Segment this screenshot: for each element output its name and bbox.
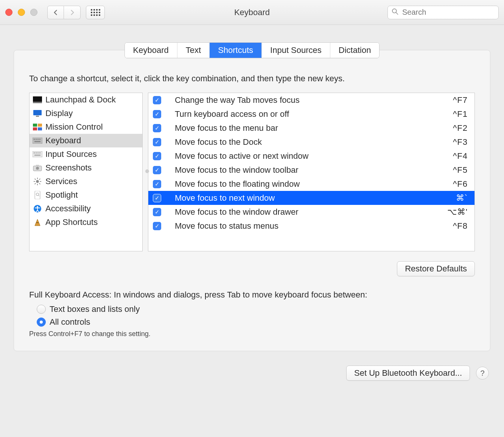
shortcut-row[interactable]: ✓ Move focus to the Dock ^F3 — [148, 135, 474, 149]
tab-shortcuts[interactable]: Shortcuts — [210, 43, 262, 58]
shortcut-row[interactable]: ✓ Move focus to the floating window ^F6 — [148, 177, 474, 191]
radio-all-controls[interactable]: All controls — [37, 317, 475, 327]
shortcut-key[interactable]: ^F5 — [453, 165, 468, 175]
shortcut-key[interactable]: ^F2 — [453, 123, 468, 133]
shortcut-key[interactable]: ^F6 — [453, 179, 468, 189]
shortcut-row[interactable]: ✓ Move focus to next window ⌘` — [148, 191, 474, 205]
shortcut-checkbox[interactable]: ✓ — [153, 110, 161, 118]
svg-line-33 — [39, 179, 40, 180]
shortcut-checkbox[interactable]: ✓ — [153, 208, 161, 216]
close-button[interactable] — [5, 9, 12, 16]
shortcut-checkbox[interactable]: ✓ — [153, 96, 161, 104]
svg-rect-13 — [37, 139, 39, 140]
svg-point-38 — [37, 206, 38, 208]
category-accessibility[interactable]: Accessibility — [30, 202, 142, 215]
grid-icon — [91, 9, 100, 16]
svg-rect-24 — [36, 165, 39, 166]
divider-handle-icon[interactable] — [145, 169, 149, 173]
category-spotlight[interactable]: Spotlight — [30, 188, 142, 202]
shortcut-key[interactable]: ^F7 — [453, 95, 468, 105]
restore-row: Restore Defaults — [29, 261, 475, 276]
svg-rect-11 — [34, 139, 35, 140]
chevron-right-icon — [68, 9, 77, 16]
category-label: Spotlight — [45, 190, 78, 200]
category-app-shortcuts[interactable]: App Shortcuts — [30, 215, 142, 229]
shortcut-label: Move focus to active or next window — [175, 151, 453, 161]
shortcut-list[interactable]: ✓ Change the way Tab moves focus ^F7 ✓ T… — [148, 93, 475, 251]
traffic-lights — [5, 9, 37, 16]
shortcut-checkbox[interactable]: ✓ — [153, 180, 161, 188]
svg-rect-34 — [35, 191, 40, 199]
shortcut-key[interactable]: ^F8 — [453, 221, 468, 231]
shortcut-key[interactable]: ⌘` — [456, 193, 468, 203]
shortcut-row[interactable]: ✓ Move focus to the menu bar ^F2 — [148, 121, 474, 135]
shortcut-label: Move focus to the menu bar — [175, 123, 453, 133]
category-label: Input Sources — [45, 149, 97, 159]
svg-rect-6 — [33, 124, 37, 127]
svg-rect-14 — [39, 139, 40, 140]
shortcut-checkbox[interactable]: ✓ — [153, 152, 161, 160]
category-services[interactable]: Services — [30, 175, 142, 188]
shortcut-checkbox[interactable]: ✓ — [153, 194, 161, 202]
category-display[interactable]: Display — [30, 107, 142, 120]
category-keyboard[interactable]: Keyboard — [30, 134, 142, 147]
shortcut-key[interactable]: ^F4 — [453, 151, 468, 161]
search-input[interactable] — [387, 6, 499, 19]
shortcut-label: Move focus to next window — [175, 193, 456, 203]
restore-defaults-button[interactable]: Restore Defaults — [397, 261, 475, 276]
instruction-text: To change a shortcut, select it, click t… — [29, 74, 475, 84]
category-screenshots[interactable]: Screenshots — [30, 161, 142, 175]
shortcut-checkbox[interactable]: ✓ — [153, 138, 161, 146]
tab-input-sources[interactable]: Input Sources — [262, 43, 330, 58]
tab-keyboard[interactable]: Keyboard — [125, 43, 177, 58]
bluetooth-keyboard-button[interactable]: Set Up Bluetooth Keyboard... — [346, 366, 470, 381]
shortcut-key[interactable]: ⌥⌘' — [447, 207, 468, 217]
shortcut-checkbox[interactable]: ✓ — [153, 222, 161, 230]
category-launchpad-dock[interactable]: Launchpad & Dock — [30, 93, 142, 107]
category-label: Display — [45, 108, 73, 118]
shortcut-label: Move focus to the Dock — [175, 137, 453, 147]
category-input-sources[interactable]: Input Sources — [30, 147, 142, 161]
forward-button[interactable] — [64, 6, 81, 19]
category-list[interactable]: Launchpad & Dock Display Mission Control… — [29, 93, 143, 251]
shortcut-row[interactable]: ✓ Change the way Tab moves focus ^F7 — [148, 93, 474, 107]
svg-rect-3 — [33, 102, 42, 103]
content: Keyboard Text Shortcuts Input Sources Di… — [0, 25, 504, 390]
show-all-button[interactable] — [86, 6, 105, 19]
svg-rect-2 — [33, 96, 42, 102]
shortcut-key[interactable]: ^F3 — [453, 137, 468, 147]
svg-rect-21 — [34, 155, 40, 156]
shortcut-checkbox[interactable]: ✓ — [153, 124, 161, 132]
footer-row: Set Up Bluetooth Keyboard... ? — [14, 366, 490, 381]
shortcut-checkbox[interactable]: ✓ — [153, 166, 161, 174]
tab-text[interactable]: Text — [177, 43, 210, 58]
category-mission-control[interactable]: Mission Control — [30, 120, 142, 134]
shortcut-row[interactable]: ✓ Move focus to the window toolbar ^F5 — [148, 163, 474, 177]
search-wrap — [387, 6, 499, 19]
camera-icon — [33, 164, 42, 172]
svg-line-32 — [35, 183, 36, 184]
radio-button[interactable] — [37, 305, 46, 314]
tab-dictation[interactable]: Dictation — [330, 43, 380, 58]
app-shortcuts-icon — [33, 218, 42, 226]
radio-text-boxes[interactable]: Text boxes and lists only — [37, 304, 475, 314]
svg-rect-10 — [33, 138, 42, 144]
radio-button[interactable] — [37, 318, 46, 327]
shortcut-label: Move focus to status menus — [175, 221, 453, 231]
svg-point-25 — [36, 180, 39, 183]
shortcut-key[interactable]: ^F1 — [453, 109, 468, 119]
svg-rect-9 — [38, 127, 42, 130]
zoom-button[interactable] — [30, 9, 37, 16]
shortcut-row[interactable]: ✓ Move focus to active or next window ^F… — [148, 149, 474, 163]
shortcut-row[interactable]: ✓ Move focus to status menus ^F8 — [148, 219, 474, 233]
svg-rect-18 — [36, 152, 37, 153]
minimize-button[interactable] — [18, 9, 25, 16]
category-label: Launchpad & Dock — [45, 95, 116, 105]
back-button[interactable] — [47, 6, 64, 19]
help-button[interactable]: ? — [476, 367, 489, 380]
shortcut-row[interactable]: ✓ Move focus to the window drawer ⌥⌘' — [148, 205, 474, 219]
svg-rect-19 — [37, 152, 39, 153]
gear-icon — [33, 177, 42, 186]
input-sources-icon — [33, 150, 42, 158]
shortcut-row[interactable]: ✓ Turn keyboard access on or off ^F1 — [148, 107, 474, 121]
